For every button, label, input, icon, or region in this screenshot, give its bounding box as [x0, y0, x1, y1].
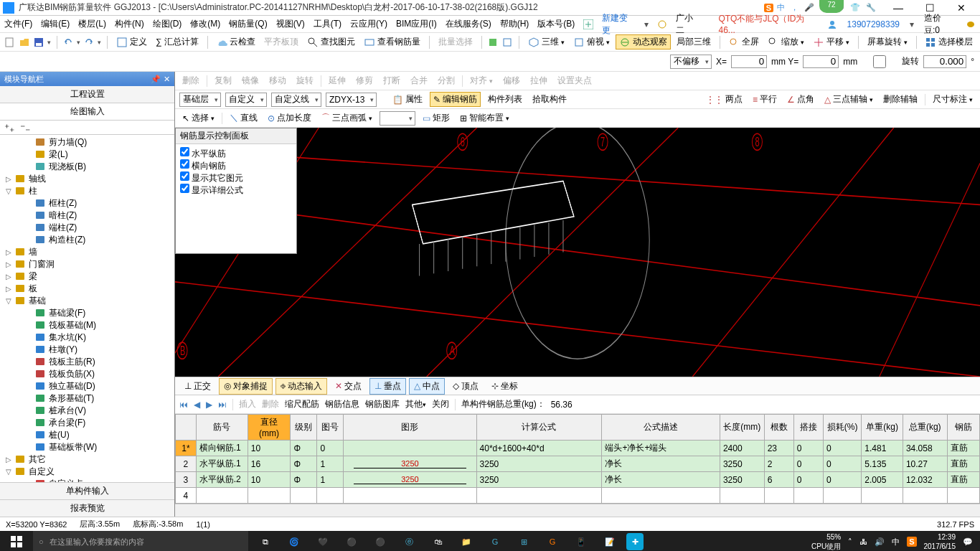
floor-combo[interactable]: 基础层: [179, 93, 221, 107]
menu-tools[interactable]: 工具(T): [314, 18, 341, 30]
menu-draw[interactable]: 绘图(D): [153, 18, 182, 30]
viewport[interactable]: 6 7 8 A B 钢筋显示控制面板 水平纵筋 横向钢筋 显示其它图元 显示详细…: [175, 128, 980, 377]
table-row[interactable]: 3水平纵筋.210Φ132503250净长32506002.00512.032直…: [176, 472, 980, 488]
rotate-button[interactable]: 旋转: [293, 74, 316, 88]
tree-item[interactable]: 暗柱(Z): [0, 209, 174, 222]
align-button[interactable]: 对齐▾: [467, 74, 496, 88]
point-length-button[interactable]: ⊙点加长度: [265, 111, 314, 125]
view-rebar-button[interactable]: 查看钢筋量: [361, 35, 423, 49]
y-input[interactable]: [803, 55, 839, 68]
tb-app-9[interactable]: 📝: [595, 531, 624, 551]
nav-prev-icon[interactable]: ◀: [194, 400, 200, 410]
tree-item[interactable]: 端柱(Z): [0, 222, 174, 234]
tree-item[interactable]: 构造柱(Z): [0, 234, 174, 246]
line-button[interactable]: ＼直线: [227, 111, 260, 125]
tree-item[interactable]: 集水坑(K): [0, 331, 174, 344]
zuobiao-button[interactable]: ⊹坐标: [486, 378, 523, 395]
rect-button[interactable]: ▭矩形: [420, 111, 453, 125]
nav-last-icon[interactable]: ⏭: [218, 400, 227, 410]
arc-button[interactable]: ⌒三点画弧▾: [319, 111, 375, 125]
tree-item[interactable]: 桩(U): [0, 429, 174, 441]
tray-notif-icon[interactable]: 💬: [963, 537, 973, 547]
tb-folder[interactable]: 📁: [452, 531, 481, 551]
qtq-warning[interactable]: QTQ不能与JLQ（ID为46...: [718, 13, 816, 35]
guang-icon[interactable]: [657, 19, 667, 29]
edit-rebar-button[interactable]: ✎编辑钢筋: [430, 92, 481, 107]
undo-icon[interactable]: [62, 37, 74, 48]
tb-edge[interactable]: ⓔ: [395, 531, 423, 551]
piliang-button[interactable]: 批量选择: [435, 35, 476, 49]
ime-wrench-icon[interactable]: 🔧: [864, 3, 878, 12]
start-button[interactable]: [0, 531, 33, 551]
other-button[interactable]: 其他▾: [405, 398, 426, 410]
3d-button[interactable]: 三维▾: [525, 35, 567, 49]
yuncheck-button[interactable]: 云检查: [213, 35, 258, 49]
tree-item[interactable]: 基础板带(W): [0, 441, 174, 453]
rotate-checkbox[interactable]: [862, 55, 897, 68]
taskview-icon[interactable]: ⧉: [251, 531, 280, 551]
tb-app-4[interactable]: ⚫: [366, 531, 395, 551]
menu-component[interactable]: 构件(N): [115, 18, 144, 30]
tb-store[interactable]: 🛍: [423, 531, 452, 551]
ime-s-icon[interactable]: S: [764, 4, 773, 12]
copy-button[interactable]: 复制: [212, 74, 235, 88]
tab-drawing[interactable]: 绘图输入: [0, 103, 174, 121]
dynamic-input-button[interactable]: ⎆动态输入: [275, 378, 327, 395]
tray-vol-icon[interactable]: 🔊: [875, 537, 885, 547]
select-floor-button[interactable]: 选择楼层: [922, 35, 976, 49]
tray-ime-zhong[interactable]: 中: [892, 537, 900, 547]
chuizhi-button[interactable]: ⊥垂点: [369, 378, 406, 395]
pick-component-button[interactable]: 拾取构件: [529, 93, 570, 106]
tree-item[interactable]: ▷梁: [0, 270, 174, 283]
offset-button[interactable]: 偏移: [500, 74, 523, 88]
suojian-button[interactable]: 缩尺配筋: [285, 398, 319, 410]
stretch-button[interactable]: 拉伸: [527, 74, 550, 88]
phone-link[interactable]: 13907298339: [847, 19, 900, 29]
tree-item[interactable]: 基础梁(F): [0, 307, 174, 319]
summary-button[interactable]: ∑ 汇总计算: [153, 35, 202, 49]
close-detail-button[interactable]: 关闭: [432, 398, 449, 410]
tree-item[interactable]: 承台梁(F): [0, 417, 174, 429]
zaojia-label[interactable]: 造价豆:0: [924, 12, 956, 37]
sidebar-pin-icon[interactable]: 📌: [151, 75, 161, 84]
dynamic-orbit-button[interactable]: 动态观察: [616, 34, 671, 50]
tray-net-icon[interactable]: 🖧: [859, 537, 867, 546]
rebar-opt-2[interactable]: 横向钢筋: [180, 159, 292, 171]
pan-button[interactable]: 平移▾: [810, 35, 852, 49]
ime-shirt-icon[interactable]: 👕: [848, 3, 862, 12]
grip-button[interactable]: 设置夹点: [555, 74, 595, 88]
new-change-icon[interactable]: [583, 19, 593, 29]
pingqi-button[interactable]: 平齐板顶: [261, 35, 301, 49]
menu-version[interactable]: 版本号(B): [537, 18, 575, 30]
tb-app-6[interactable]: ⊞: [509, 531, 538, 551]
tree-item[interactable]: 框柱(Z): [0, 197, 174, 209]
open-icon[interactable]: [19, 37, 30, 48]
jiaodian-button[interactable]: ✕交点: [330, 378, 367, 395]
category-combo[interactable]: 自定义: [225, 93, 267, 107]
green-badge[interactable]: 72: [819, 0, 844, 13]
search-box[interactable]: ○在这里输入你要搜索的内容: [33, 531, 248, 551]
offset-combo[interactable]: 不偏移: [670, 55, 712, 69]
menu-floor[interactable]: 楼层(L): [78, 18, 106, 30]
new-icon[interactable]: [4, 37, 16, 48]
object-snap-button[interactable]: ◎对象捕捉: [219, 378, 273, 395]
rebar-table[interactable]: 筋号直径(mm)级别图号图形计算公式公式描述长度(mm)根数搭接损耗(%)单重(…: [175, 414, 980, 504]
tree-item[interactable]: ▷板: [0, 283, 174, 295]
tab-single-input[interactable]: 单构件输入: [0, 482, 174, 499]
clock[interactable]: 12:392017/6/15: [924, 532, 956, 551]
table-row[interactable]: 4: [176, 488, 980, 504]
tree-item[interactable]: ▽柱: [0, 185, 174, 197]
zoom-button[interactable]: 缩放▾: [765, 35, 807, 49]
nav-next-icon[interactable]: ▶: [206, 400, 212, 410]
screen-rotate-button[interactable]: 屏幕旋转▾: [864, 35, 910, 49]
tb-icon-2[interactable]: [501, 37, 513, 48]
table-row[interactable]: 1*横向钢筋.110Φ040*d+1600+40*d端头+净长+端头240023…: [176, 441, 980, 456]
select-button[interactable]: ↖选择▾: [179, 111, 217, 125]
menu-bim[interactable]: BIM应用(I): [396, 18, 437, 30]
parallel-button[interactable]: ≡平行: [750, 93, 780, 106]
ortho-button[interactable]: ⊥正交: [179, 378, 216, 395]
rotate-input[interactable]: [923, 55, 966, 68]
nav-first-icon[interactable]: ⏮: [179, 400, 188, 410]
tb-app-8[interactable]: 📱: [567, 531, 595, 551]
table-row[interactable]: 2水平纵筋.116Φ132503250净长32502005.13510.27直筋: [176, 456, 980, 472]
